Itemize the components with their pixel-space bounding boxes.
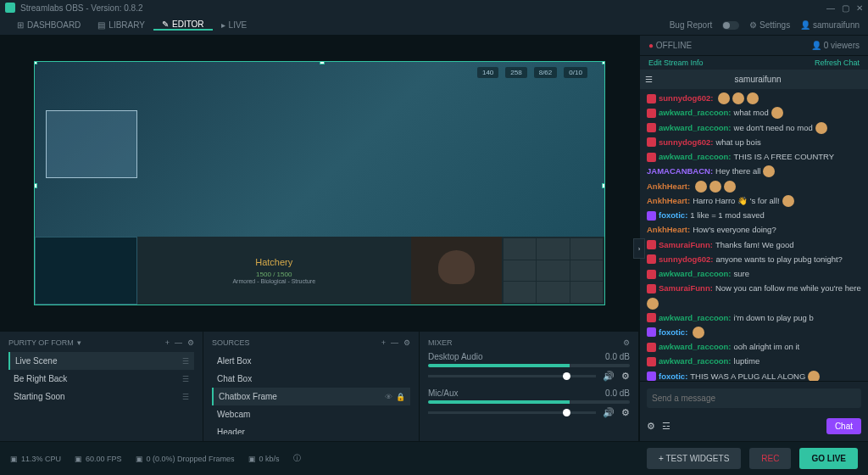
source-item[interactable]: Chat Box xyxy=(212,370,410,388)
scene-settings-icon[interactable]: ⚙ xyxy=(187,338,194,347)
go-live-button[interactable]: GO LIVE xyxy=(799,448,858,469)
nav-dashboard[interactable]: ⊞ DASHBOARD xyxy=(8,20,89,30)
volume-slider[interactable] xyxy=(428,375,596,377)
scene-item[interactable]: Be Right Back☰ xyxy=(8,370,194,388)
nav-library[interactable]: ▤ LIBRARY xyxy=(89,20,153,30)
window-controls: — ▢ ✕ xyxy=(826,3,863,13)
visibility-icon: 👁 xyxy=(385,393,392,401)
source-settings-icon[interactable]: ⚙ xyxy=(403,338,410,347)
scene-item[interactable]: Starting Soon☰ xyxy=(8,388,194,405)
chat-badge-icon xyxy=(647,372,656,381)
mixer-title: MIXER xyxy=(428,338,453,347)
chat-message: JAMACANBACN: Hey there all xyxy=(647,165,861,177)
fps-stat: ▣ 60.00 FPS xyxy=(75,455,122,463)
emote-icon xyxy=(695,181,707,193)
chat-message: awkward_raccoon: sure xyxy=(647,268,861,280)
chat-viewers-icon[interactable]: ☲ xyxy=(662,421,670,432)
chat-badge-icon xyxy=(647,211,656,221)
game-bottom-ui: Hatchery 1500 / 1500 Armored - Biologica… xyxy=(35,237,604,305)
mixer-settings-icon[interactable]: ⚙ xyxy=(623,338,630,347)
source-item[interactable]: Chatbox Frame👁 🔒 xyxy=(212,388,410,405)
settings-link[interactable]: ⚙ Settings xyxy=(749,20,790,30)
chat-badge-icon xyxy=(647,343,656,352)
scene-item[interactable]: Live Scene☰ xyxy=(8,352,194,370)
rec-button[interactable]: REC xyxy=(749,448,791,469)
emote-icon xyxy=(709,181,721,193)
chat-badge-icon xyxy=(647,240,656,249)
edit-stream-info[interactable]: Edit Stream Info xyxy=(648,59,704,67)
app-logo xyxy=(5,3,15,13)
source-item[interactable]: Alert Box xyxy=(212,352,410,370)
maximize-icon[interactable]: ▢ xyxy=(842,3,849,13)
chat-message: AnkhHeart: How's everyone doing? xyxy=(647,224,861,236)
mute-icon[interactable]: 🔊 xyxy=(603,407,615,418)
emote-icon xyxy=(763,165,775,177)
chat-settings-icon[interactable]: ⚙ xyxy=(647,421,655,432)
chat-panel: ● OFFLINE 👤 0 viewers Edit Stream Info R… xyxy=(639,36,868,441)
command-grid xyxy=(502,237,604,305)
sources-title: SOURCES xyxy=(212,338,250,347)
volume-slider[interactable] xyxy=(428,411,596,414)
stream-status: OFFLINE xyxy=(656,41,692,50)
expand-chat-icon[interactable]: › xyxy=(633,238,645,259)
emote-icon xyxy=(732,92,744,104)
emote-icon xyxy=(815,122,827,134)
chat-message: sunnydog602: xyxy=(647,92,861,104)
emote-icon xyxy=(724,181,736,193)
viewer-count: 👤 0 viewers xyxy=(811,41,860,50)
mute-icon[interactable]: 🔊 xyxy=(603,371,615,382)
add-source-icon[interactable]: + xyxy=(381,338,386,347)
game-info-panel: Hatchery 1500 / 1500 Armored - Biologica… xyxy=(137,237,411,305)
minimize-icon[interactable]: — xyxy=(826,3,835,13)
chat-message: awkward_raccoon: ooh alright im on it xyxy=(647,341,861,353)
resize-handle[interactable] xyxy=(34,61,37,64)
chat-message: sunnydog602: anyone wants to play pubg t… xyxy=(647,254,861,265)
scenes-title: PURITY OF FORM xyxy=(8,338,74,347)
chat-input[interactable] xyxy=(647,388,861,408)
game-hud: 140 258 8/62 0/10 xyxy=(477,67,587,78)
cpu-stat: ▣ 11.3% CPU xyxy=(10,455,61,463)
resize-handle[interactable] xyxy=(602,61,605,64)
chat-badge-icon xyxy=(647,313,656,322)
remove-scene-icon[interactable]: — xyxy=(175,338,182,347)
add-scene-icon[interactable]: + xyxy=(165,338,170,347)
sources-panel: SOURCES + — ⚙ Alert BoxChat BoxChatbox F… xyxy=(203,332,420,441)
chat-message: foxotic: xyxy=(647,327,861,338)
resize-handle[interactable] xyxy=(34,183,37,188)
close-icon[interactable]: ✕ xyxy=(856,3,863,13)
user-link[interactable]: 👤 samuraifunn xyxy=(800,20,860,30)
refresh-chat[interactable]: Refresh Chat xyxy=(815,59,860,67)
game-minimap xyxy=(35,237,137,305)
emote-icon xyxy=(647,298,659,310)
resize-handle[interactable] xyxy=(602,183,605,188)
chat-menu-icon[interactable]: ☰ xyxy=(645,75,653,84)
mixer-gear-icon[interactable]: ⚙ xyxy=(621,407,630,418)
info-icon[interactable]: ⓘ xyxy=(293,453,301,464)
top-nav: ⊞ DASHBOARD ▤ LIBRARY ✎ EDITOR ▸ LIVE Bu… xyxy=(0,15,868,36)
scene-canvas[interactable]: 140 258 8/62 0/10 Hatchery 1500 / 1500 A… xyxy=(34,61,605,305)
nav-editor[interactable]: ✎ EDITOR xyxy=(153,20,213,31)
test-widgets-button[interactable]: + TEST WIDGETS xyxy=(647,448,741,469)
bug-report-link[interactable]: Bug Report xyxy=(670,20,713,30)
webcam-overlay xyxy=(411,237,503,305)
emote-icon xyxy=(693,327,704,338)
nav-live[interactable]: ▸ LIVE xyxy=(213,20,256,30)
chat-badge-icon xyxy=(647,270,656,279)
chat-badge-icon xyxy=(647,327,656,337)
source-item[interactable]: Header xyxy=(212,423,410,434)
mixer-gear-icon[interactable]: ⚙ xyxy=(621,371,630,382)
chat-message: SamuraiFunn: Thanks fam! We good xyxy=(647,239,861,251)
bitrate-stat: ▣ 0 kb/s xyxy=(248,455,280,463)
chat-send-button[interactable]: Chat xyxy=(826,418,861,434)
source-item[interactable]: Webcam xyxy=(212,405,410,423)
chat-badge-icon xyxy=(647,123,656,132)
chat-message: awkward_raccoon: i'm down to play pug b xyxy=(647,312,861,324)
status-bar: ▣ 11.3% CPU ▣ 60.00 FPS ▣ 0 (0.0%) Dropp… xyxy=(0,441,868,475)
lock-icon: 🔒 xyxy=(396,393,405,401)
mixer-channel: Mic/Aux0.0 dB🔊⚙ xyxy=(428,388,630,418)
chat-message: awkward_raccoon: what mod xyxy=(647,107,861,119)
resize-handle[interactable] xyxy=(320,61,325,64)
chevron-down-icon[interactable]: ▾ xyxy=(77,338,81,347)
remove-source-icon[interactable]: — xyxy=(391,338,398,347)
night-mode-toggle[interactable] xyxy=(722,21,739,30)
